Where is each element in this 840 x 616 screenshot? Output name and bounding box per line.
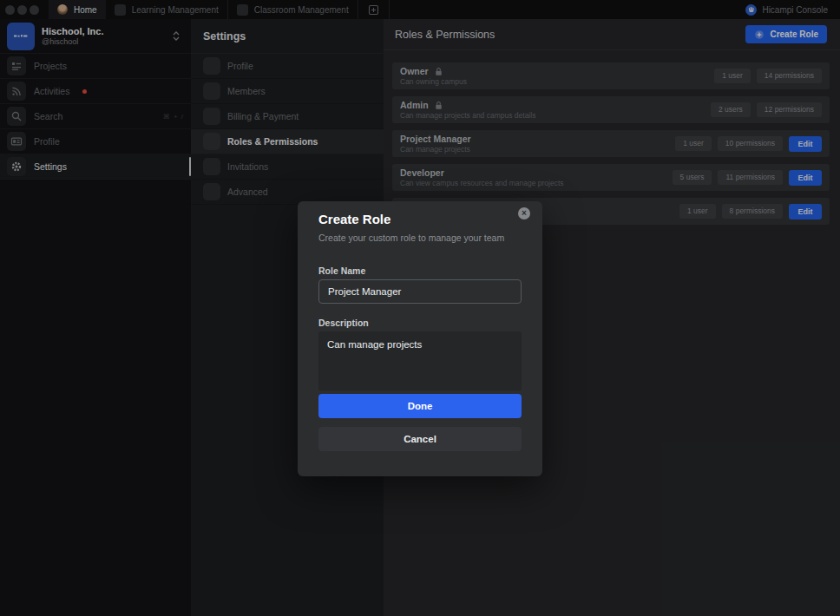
- modal-subtitle: Create your custom role to manage your t…: [318, 233, 504, 243]
- close-icon[interactable]: ×: [518, 207, 530, 220]
- role-name-input[interactable]: [318, 279, 522, 304]
- done-button[interactable]: Done: [318, 394, 522, 418]
- modal-title: Create Role: [318, 212, 390, 226]
- cancel-button[interactable]: Cancel: [318, 427, 522, 451]
- description-textarea[interactable]: Can manage projects: [318, 331, 522, 390]
- role-name-label: Role Name: [318, 265, 365, 276]
- app-window: Home Learning Management Classroom Manag…: [0, 0, 840, 616]
- description-label: Description: [318, 318, 369, 328]
- create-role-modal: Create Role × Create your custom role to…: [298, 201, 542, 476]
